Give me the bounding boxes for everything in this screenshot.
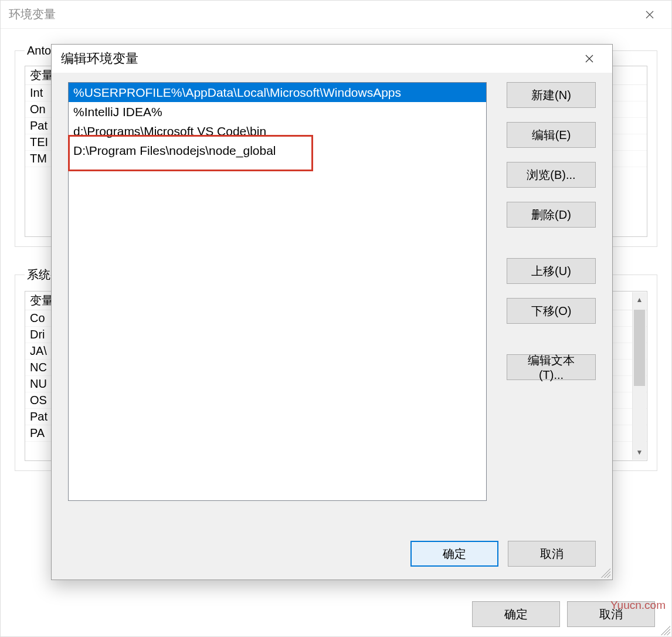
system-vars-scrollbar[interactable]: ▲ ▼: [632, 292, 646, 460]
modal-footer: 确定 取消: [410, 541, 596, 567]
modal-titlebar: 编辑环境变量: [52, 45, 612, 73]
scroll-down-icon[interactable]: ▼: [633, 445, 646, 460]
modal-body: %USERPROFILE%\AppData\Local\Microsoft\Wi…: [52, 73, 612, 580]
close-icon: [646, 11, 654, 19]
move-up-button[interactable]: 上移(U): [507, 258, 596, 284]
modal-ok-button[interactable]: 确定: [410, 541, 498, 567]
edit-button[interactable]: 编辑(E): [507, 122, 596, 148]
delete-button[interactable]: 删除(D): [507, 202, 596, 228]
modal-title: 编辑环境变量: [61, 50, 576, 67]
scroll-thumb[interactable]: [634, 310, 645, 386]
modal-resize-grip[interactable]: [601, 568, 610, 578]
modal-close-button[interactable]: [576, 45, 603, 72]
watermark: Yuucn.com: [610, 599, 666, 612]
path-item[interactable]: d:\Programs\Microsoft VS Code\bin: [69, 121, 486, 141]
close-icon: [585, 55, 593, 63]
edit-env-var-dialog: 编辑环境变量 %USERPROFILE%\AppData\Local\Micro…: [51, 44, 613, 580]
outer-titlebar: 环境变量: [1, 1, 671, 29]
move-down-button[interactable]: 下移(O): [507, 298, 596, 324]
outer-resize-grip[interactable]: [661, 626, 670, 635]
env-vars-window: 环境变量 Anto 变量 IntOnPatTEITM 系统变 变量 CoDriJ…: [0, 0, 672, 637]
side-buttons: 新建(N) 编辑(E) 浏览(B)... 删除(D) 上移(U) 下移(O) 编…: [507, 82, 596, 394]
scroll-up-icon[interactable]: ▲: [633, 292, 646, 307]
path-list[interactable]: %USERPROFILE%\AppData\Local\Microsoft\Wi…: [68, 82, 487, 501]
path-item[interactable]: %IntelliJ IDEA%: [69, 102, 486, 121]
outer-ok-button[interactable]: 确定: [472, 601, 560, 627]
browse-button[interactable]: 浏览(B)...: [507, 162, 596, 188]
user-vars-legend: Anto: [25, 44, 53, 57]
modal-cancel-button[interactable]: 取消: [508, 541, 596, 567]
outer-close-button[interactable]: [636, 1, 663, 28]
edit-text-button[interactable]: 编辑文本(T)...: [507, 354, 596, 380]
path-item[interactable]: D:\Program Files\nodejs\node_global: [69, 141, 486, 160]
path-item[interactable]: %USERPROFILE%\AppData\Local\Microsoft\Wi…: [69, 83, 486, 102]
new-button[interactable]: 新建(N): [507, 82, 596, 108]
outer-window-title: 环境变量: [9, 6, 636, 22]
